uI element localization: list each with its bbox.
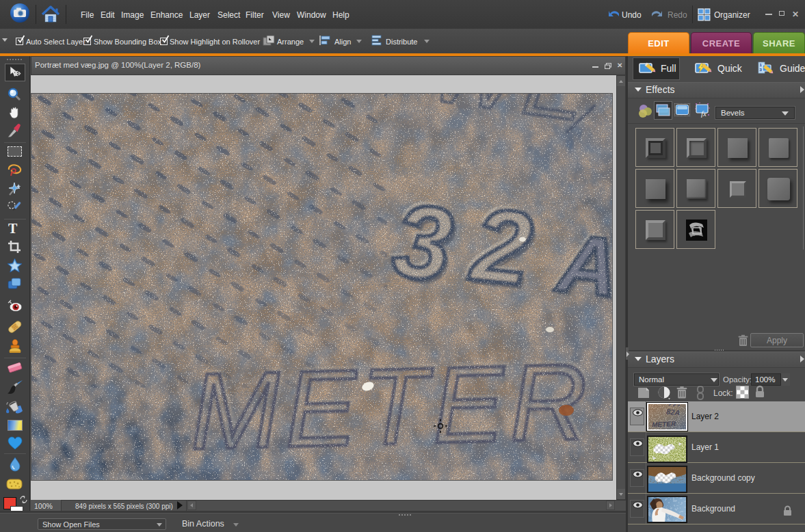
- svg-text:fx: fx: [701, 109, 707, 118]
- svg-text:METER: METER: [652, 420, 676, 429]
- svg-text:82A: 82A: [665, 408, 680, 417]
